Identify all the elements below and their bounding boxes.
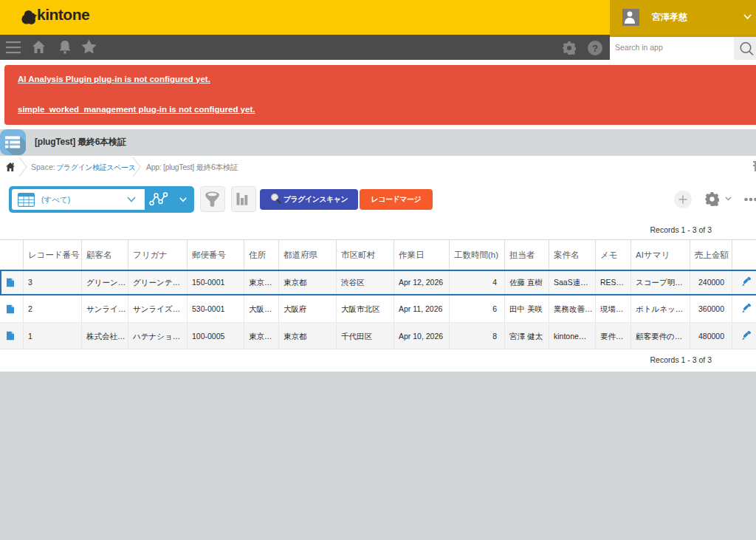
svg-text:?: ? [592,43,598,54]
